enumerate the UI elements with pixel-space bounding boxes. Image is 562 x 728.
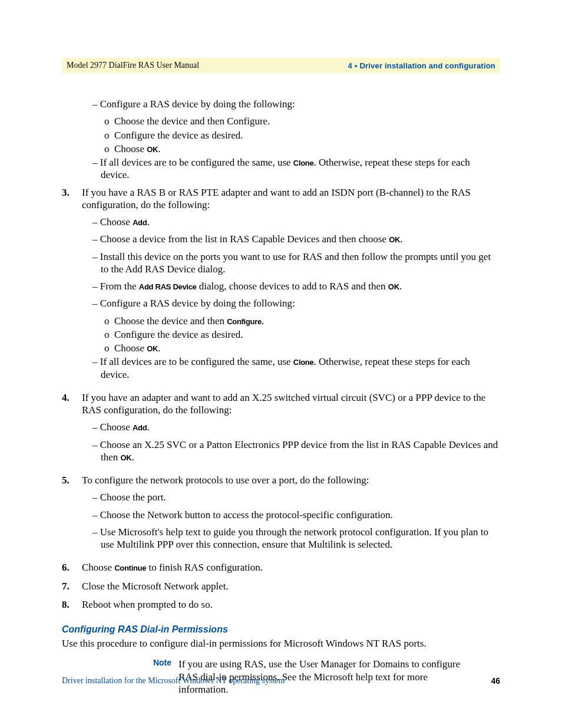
o-item: o Choose the device and then Configure. bbox=[104, 315, 500, 327]
text: Choose bbox=[114, 143, 147, 154]
text: If all devices are to be configured the … bbox=[100, 356, 293, 367]
text: Choose the device and then bbox=[114, 315, 227, 327]
text: . bbox=[158, 342, 160, 354]
bold: OK bbox=[121, 453, 132, 462]
list-item-3: 3. If you have a RAS B or RAS PTE adapte… bbox=[62, 186, 500, 386]
text: Close the Microsoft Network applet. bbox=[82, 581, 229, 592]
list-number: 6. bbox=[62, 561, 82, 574]
text: . bbox=[262, 315, 264, 327]
list-number: 5. bbox=[62, 474, 82, 486]
text: Choose bbox=[100, 421, 133, 433]
list-item-5: 5. To configure the network protocols to… bbox=[62, 474, 500, 555]
dash-item: – Choose Add. bbox=[92, 216, 500, 228]
bold: Add RAS Device bbox=[139, 282, 197, 291]
dash-item: – Choose the Network button to access th… bbox=[92, 509, 500, 521]
text: If all devices are to be configured the … bbox=[100, 157, 293, 168]
list-item-8: 8. Reboot when prompted to do so. bbox=[62, 598, 500, 611]
o-item: o Configure the device as desired. bbox=[104, 328, 500, 341]
text: To configure the network protocols to us… bbox=[82, 475, 369, 486]
dash-item: – Choose an X.25 SVC or a Patton Electro… bbox=[92, 439, 500, 464]
list-number: 4. bbox=[62, 391, 82, 404]
note-label: Note bbox=[138, 658, 171, 668]
body-text: – Configure a RAS device by doing the fo… bbox=[62, 98, 500, 696]
dash-item: – If all devices are to be configured th… bbox=[92, 355, 500, 381]
o-item: o Configure the device as desired. bbox=[104, 129, 500, 141]
text: Use Microsoft's help text to guide you t… bbox=[100, 526, 488, 550]
dash-item: – Choose Add. bbox=[92, 421, 500, 433]
o-item: o Choose OK. bbox=[104, 143, 500, 155]
dash-item: – Configure a RAS device by doing the fo… bbox=[92, 98, 500, 110]
dash-item: – Choose the port. bbox=[92, 491, 500, 503]
section-heading: Configuring RAS Dial-in Permissions bbox=[62, 624, 500, 635]
text: If you have an adapter and want to add a… bbox=[82, 392, 485, 416]
header-manual-title: Model 2977 DialFire RAS User Manual bbox=[67, 61, 199, 70]
bold: OK bbox=[147, 145, 158, 154]
bold: Configure bbox=[227, 317, 262, 326]
bold: Continue bbox=[114, 564, 146, 572]
bold: Add bbox=[133, 423, 147, 432]
header-chapter-title: 4 • Driver installation and configuratio… bbox=[348, 61, 495, 70]
text: Choose bbox=[114, 342, 147, 354]
text: . bbox=[400, 233, 402, 245]
dash-item: – Install this device on the ports you w… bbox=[92, 251, 500, 276]
text: Configure the device as desired. bbox=[114, 130, 243, 141]
list-number: 8. bbox=[62, 598, 82, 611]
text: Choose the port. bbox=[100, 492, 166, 503]
list-item-4: 4. If you have an adapter and want to ad… bbox=[62, 391, 500, 468]
page-number: 46 bbox=[491, 676, 500, 686]
bold: Clone bbox=[293, 358, 314, 367]
dash-item: – From the Add RAS Device dialog, choose… bbox=[92, 280, 500, 292]
o-item: o Choose the device and then Configure. bbox=[104, 115, 500, 127]
text: From the bbox=[100, 281, 139, 292]
dash-item: – If all devices are to be configured th… bbox=[92, 156, 500, 182]
text: Choose an X.25 SVC or a Patton Electroni… bbox=[100, 439, 498, 463]
footer-section-title: Driver installation for the Microsoft Wi… bbox=[62, 676, 285, 686]
text: . bbox=[147, 421, 149, 433]
dash-item: – Choose a device from the list in RAS C… bbox=[92, 233, 500, 245]
list-item-7: 7. Close the Microsoft Network applet. bbox=[62, 580, 500, 592]
text: . bbox=[131, 452, 134, 463]
text: Choose the device and then Configure. bbox=[114, 116, 270, 127]
header-bar: Model 2977 DialFire RAS User Manual 4 • … bbox=[62, 58, 500, 73]
section-intro: Use this procedure to configure dial-in … bbox=[62, 637, 500, 650]
bold: Add bbox=[133, 218, 147, 227]
dash-item: – Configure a RAS device by doing the fo… bbox=[92, 297, 500, 309]
text: . bbox=[158, 143, 160, 154]
bold: OK bbox=[388, 282, 399, 291]
text: Reboot when prompted to do so. bbox=[82, 599, 213, 610]
text: Configure the device as desired. bbox=[114, 329, 243, 340]
footer: Driver installation for the Microsoft Wi… bbox=[62, 676, 500, 686]
bold: OK bbox=[389, 235, 400, 244]
continuation-block: – Configure a RAS device by doing the fo… bbox=[82, 98, 500, 182]
bold: Clone bbox=[293, 159, 314, 167]
text: Configure a RAS device by doing the foll… bbox=[100, 98, 295, 110]
dash-item: – Use Microsoft's help text to guide you… bbox=[92, 526, 500, 551]
o-item: o Choose OK. bbox=[104, 342, 500, 354]
text: Choose the Network button to access the … bbox=[100, 509, 393, 521]
list-item-6: 6. Choose Continue to finish RAS configu… bbox=[62, 561, 500, 574]
text: Choose bbox=[82, 562, 114, 573]
text: Choose bbox=[100, 216, 133, 228]
list-number: 7. bbox=[62, 580, 82, 592]
text: . bbox=[399, 281, 402, 292]
page: Model 2977 DialFire RAS User Manual 4 • … bbox=[0, 0, 562, 728]
bold: OK bbox=[147, 344, 158, 353]
text: If you have a RAS B or RAS PTE adapter a… bbox=[82, 187, 471, 210]
text: Choose a device from the list in RAS Cap… bbox=[100, 233, 389, 245]
list-number: 3. bbox=[62, 186, 82, 199]
text: to finish RAS configuration. bbox=[146, 562, 263, 573]
text: Configure a RAS device by doing the foll… bbox=[100, 298, 295, 309]
text: Install this device on the ports you wan… bbox=[100, 251, 491, 275]
text: . bbox=[147, 216, 149, 228]
text: dialog, choose devices to add to RAS and… bbox=[197, 281, 388, 292]
